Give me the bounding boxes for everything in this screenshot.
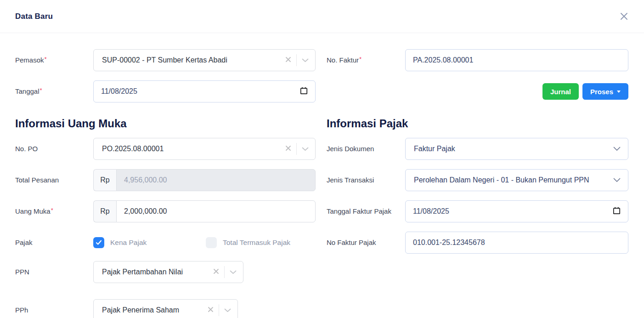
chevron-down-icon[interactable]: [224, 306, 231, 314]
currency-prefix: Rp: [93, 200, 116, 222]
jenis-dokumen-label: Jenis Dokumen: [327, 144, 405, 153]
tanggal-faktur-pajak-field: [405, 200, 628, 222]
select-divider: [296, 54, 297, 66]
action-buttons-row: Jurnal Proses: [327, 80, 628, 102]
clear-icon[interactable]: [213, 268, 219, 276]
field-row-tanggal: Tanggal*: [15, 80, 316, 102]
no-po-select[interactable]: PO.2025.08.00001: [93, 138, 316, 160]
clear-icon[interactable]: [285, 56, 291, 64]
no-faktur-pajak-input[interactable]: [413, 238, 621, 247]
chevron-down-icon: [613, 176, 621, 184]
checkbox-unchecked[interactable]: [206, 237, 217, 248]
calendar-icon[interactable]: [300, 87, 308, 97]
no-faktur-label: No. Faktur*: [327, 56, 405, 65]
select-divider: [219, 304, 219, 316]
pemasok-select-actions: [285, 54, 309, 66]
pph-label: PPh: [15, 306, 93, 315]
required-asterisk: *: [40, 87, 42, 94]
uang-muka-group: Rp: [93, 200, 316, 222]
select-divider: [296, 143, 297, 155]
field-row-no-faktur: No. Faktur*: [327, 49, 628, 71]
total-termasuk-pajak-checkbox[interactable]: Total Termasuk Pajak: [206, 237, 290, 248]
left-column: Pemasok* SUP-00002 - PT Sumber Kertas Ab…: [15, 49, 316, 318]
chevron-down-icon[interactable]: [230, 268, 237, 276]
jenis-dokumen-select-value: Faktur Pajak: [414, 145, 613, 153]
section-heading-uang-muka: Informasi Uang Muka: [15, 115, 316, 132]
no-po-select-actions: [285, 143, 309, 155]
jenis-transaksi-select-value: Perolehan Dalam Negeri - 01 - Bukan Pemu…: [414, 176, 610, 184]
total-pesanan-group: Rp: [93, 169, 316, 191]
select-divider: [224, 266, 225, 278]
field-row-pph: PPh Pajak Penerima Saham: [15, 299, 316, 318]
field-row-pajak: Pajak Kena Pajak Total Termasuk Pajak: [15, 232, 316, 254]
proses-button[interactable]: Proses: [582, 83, 628, 100]
field-row-total-pesanan: Total Pesanan Rp: [15, 169, 316, 191]
tanggal-label: Tanggal*: [15, 87, 93, 96]
pajak-checkboxes: Kena Pajak Total Termasuk Pajak: [93, 232, 316, 254]
clear-icon[interactable]: [285, 145, 291, 153]
page-title: Data Baru: [15, 12, 53, 21]
modal-header: Data Baru: [0, 0, 644, 33]
required-asterisk: *: [359, 56, 362, 62]
jenis-transaksi-label: Jenis Transaksi: [327, 176, 405, 185]
jenis-dokumen-select[interactable]: Faktur Pajak: [405, 138, 628, 160]
total-termasuk-pajak-checkbox-label: Total Termasuk Pajak: [223, 238, 290, 247]
field-row-pemasok: Pemasok* SUP-00002 - PT Sumber Kertas Ab…: [15, 49, 316, 71]
right-column: No. Faktur* Jurnal Proses Informasi Paja…: [327, 49, 628, 318]
pph-select[interactable]: Pajak Penerima Saham: [93, 299, 238, 318]
ppn-select-actions: [213, 266, 237, 278]
clear-icon[interactable]: [208, 306, 214, 314]
uang-muka-label: Uang Muka*: [15, 207, 93, 216]
required-asterisk: *: [51, 207, 53, 214]
no-po-label: No. PO: [15, 144, 93, 153]
pemasok-label: Pemasok*: [15, 56, 93, 65]
no-faktur-pajak-label: No Faktur Pajak: [327, 238, 405, 247]
tanggal-faktur-pajak-input[interactable]: [413, 207, 613, 216]
field-row-ppn: PPN Pajak Pertambahan Nilai: [15, 261, 316, 283]
pemasok-select[interactable]: SUP-00002 - PT Sumber Kertas Abadi: [93, 49, 316, 71]
pajak-label: Pajak: [15, 238, 93, 247]
close-icon[interactable]: [618, 11, 629, 22]
tanggal-date-field: [93, 80, 316, 102]
field-row-uang-muka: Uang Muka* Rp: [15, 200, 316, 222]
calendar-icon[interactable]: [613, 207, 621, 216]
checkbox-checked[interactable]: [93, 237, 104, 248]
total-pesanan-field: [116, 169, 316, 191]
ppn-label: PPN: [15, 267, 93, 277]
field-row-no-faktur-pajak: No Faktur Pajak: [327, 232, 628, 254]
jenis-transaksi-select[interactable]: Perolehan Dalam Negeri - 01 - Bukan Pemu…: [405, 169, 628, 191]
uang-muka-input[interactable]: [124, 207, 308, 216]
tanggal-faktur-pajak-label: Tanggal Faktur Pajak: [327, 207, 405, 216]
chevron-down-icon[interactable]: [302, 145, 309, 153]
required-asterisk: *: [45, 56, 47, 62]
chevron-down-icon: [613, 145, 621, 153]
section-heading-pajak: Informasi Pajak: [327, 115, 628, 132]
no-po-select-value: PO.2025.08.00001: [102, 145, 281, 153]
field-row-jenis-transaksi: Jenis Transaksi Perolehan Dalam Negeri -…: [327, 169, 628, 191]
caret-down-icon: [617, 91, 621, 93]
currency-prefix: Rp: [93, 169, 116, 191]
jurnal-button[interactable]: Jurnal: [542, 83, 579, 100]
field-row-tanggal-faktur-pajak: Tanggal Faktur Pajak: [327, 200, 628, 222]
no-faktur-field: [405, 49, 628, 71]
field-row-jenis-dokumen: Jenis Dokumen Faktur Pajak: [327, 138, 628, 160]
tanggal-date-input[interactable]: [101, 87, 300, 96]
no-faktur-input[interactable]: [413, 56, 621, 64]
pph-select-actions: [208, 304, 231, 316]
action-buttons: Jurnal Proses: [405, 80, 628, 102]
pph-select-value: Pajak Penerima Saham: [102, 306, 203, 314]
ppn-select-value: Pajak Pertambahan Nilai: [102, 268, 209, 276]
total-pesanan-label: Total Pesanan: [15, 176, 93, 185]
chevron-down-icon[interactable]: [302, 56, 309, 64]
kena-pajak-checkbox-label: Kena Pajak: [110, 238, 147, 247]
pemasok-select-value: SUP-00002 - PT Sumber Kertas Abadi: [102, 56, 281, 64]
total-pesanan-input: [124, 176, 308, 184]
ppn-select[interactable]: Pajak Pertambahan Nilai: [93, 261, 243, 283]
kena-pajak-checkbox[interactable]: Kena Pajak: [93, 237, 206, 248]
field-row-no-po: No. PO PO.2025.08.00001: [15, 138, 316, 160]
no-faktur-pajak-field: [405, 232, 628, 254]
uang-muka-field: [116, 200, 316, 222]
